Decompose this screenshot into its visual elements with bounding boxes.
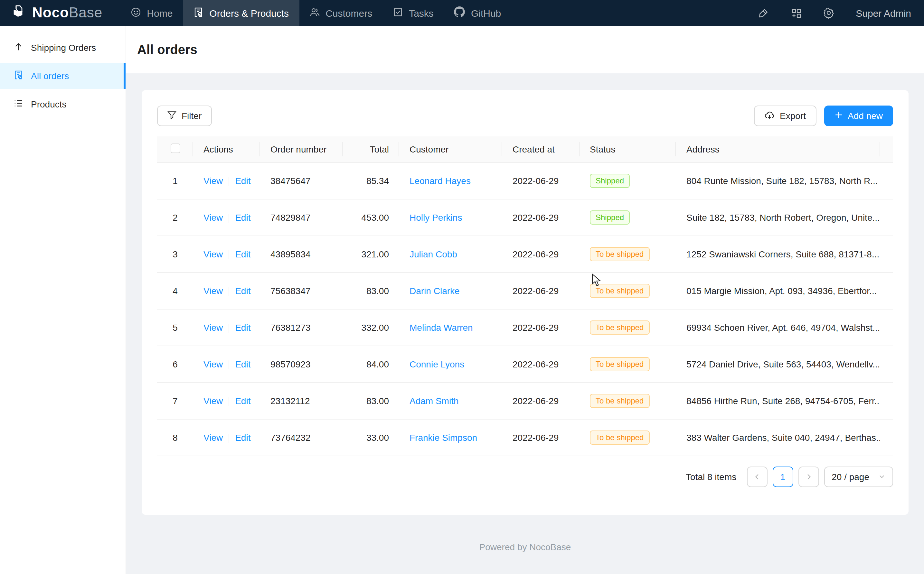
row-index: 4: [157, 273, 193, 309]
row-actions: ViewEdit: [193, 346, 260, 383]
row-index: 1: [157, 162, 193, 199]
select-all-checkbox[interactable]: [170, 144, 180, 153]
view-link[interactable]: View: [204, 322, 223, 333]
order-number-cell: 23132112: [260, 383, 343, 419]
nav-item-tasks[interactable]: Tasks: [382, 0, 444, 26]
view-link[interactable]: View: [204, 212, 223, 222]
page-size-select[interactable]: 20 / page: [824, 467, 893, 487]
edit-link[interactable]: Edit: [235, 286, 251, 296]
total-cell: 453.00: [343, 199, 399, 236]
view-link[interactable]: View: [204, 286, 223, 296]
order-number-cell: 75638347: [260, 273, 343, 309]
order-number-cell: 98570923: [260, 346, 343, 383]
pagination-total: Total 8 items: [686, 472, 736, 482]
edit-link[interactable]: Edit: [235, 322, 251, 333]
edit-link[interactable]: Edit: [235, 432, 251, 443]
row-actions: ViewEdit: [193, 419, 260, 456]
customer-cell: Adam Smith: [399, 383, 502, 419]
customer-link[interactable]: Adam Smith: [409, 396, 459, 406]
settings-gear-icon[interactable]: [823, 7, 834, 19]
pagination-page-1[interactable]: 1: [772, 467, 793, 487]
brand-text-bold: Noco: [32, 5, 69, 20]
highlighter-icon[interactable]: [757, 7, 769, 19]
status-badge: To be shipped: [590, 394, 649, 408]
view-link[interactable]: View: [204, 249, 223, 259]
created-at-cell: 2022-06-29: [502, 419, 580, 456]
nocobase-logo[interactable]: NocoBase: [12, 4, 103, 22]
orders-table: Actions Order number Total Customer Crea…: [157, 136, 893, 456]
table-row: 7 ViewEdit 23132112 83.00 Adam Smith 202…: [157, 383, 893, 419]
edit-link[interactable]: Edit: [235, 176, 251, 186]
created-at-cell: 2022-06-29: [502, 162, 580, 199]
nav-item-customers[interactable]: Customers: [299, 0, 382, 26]
address-cell: 84856 Hirthe Run, Suite 268, 94754-6705,…: [676, 383, 880, 419]
filter-button[interactable]: Filter: [157, 106, 212, 126]
customer-link[interactable]: Melinda Warren: [409, 322, 473, 333]
nav-item-label: Tasks: [409, 7, 434, 18]
created-at-cell: 2022-06-29: [502, 199, 580, 236]
status-cell: To be shipped: [580, 236, 676, 273]
export-button[interactable]: Export: [754, 106, 816, 126]
status-cell: To be shipped: [580, 383, 676, 419]
check-square-icon: [393, 7, 403, 19]
customer-link[interactable]: Leonard Hayes: [409, 176, 471, 186]
nav-item-home[interactable]: Home: [120, 0, 183, 26]
table-row: 6 ViewEdit 98570923 84.00 Connie Lyons 2…: [157, 346, 893, 383]
page-title: All orders: [137, 42, 197, 57]
customer-cell: Julian Cobb: [399, 236, 502, 273]
view-link[interactable]: View: [204, 176, 223, 186]
view-link[interactable]: View: [204, 396, 223, 406]
view-link[interactable]: View: [204, 359, 223, 369]
plugin-blocks-icon[interactable]: [790, 7, 802, 19]
pagination-prev-button[interactable]: [747, 467, 767, 487]
status-badge: Shipped: [590, 210, 630, 225]
nav-item-github[interactable]: GitHub: [444, 0, 511, 26]
sidebar-item-shipping-orders[interactable]: Shipping Orders: [0, 35, 126, 60]
user-menu[interactable]: Super Admin: [856, 7, 911, 18]
cloud-download-icon: [764, 110, 775, 122]
customer-link[interactable]: Julian Cobb: [409, 249, 457, 259]
sidebar-item-label: Shipping Orders: [31, 43, 96, 53]
total-cell: 84.00: [343, 346, 399, 383]
edit-link[interactable]: Edit: [235, 359, 251, 369]
column-header-extra: [880, 136, 893, 162]
status-badge: To be shipped: [590, 320, 649, 334]
list-icon: [14, 98, 23, 110]
created-at-cell: 2022-06-29: [502, 273, 580, 309]
table-row: 5 ViewEdit 76381273 332.00 Melinda Warre…: [157, 309, 893, 346]
nocobase-app: NocoBase Home: [0, 0, 924, 574]
customer-link[interactable]: Connie Lyons: [409, 359, 464, 369]
address-cell: 015 Margie Mission, Apt. 093, 34936, Ebe…: [676, 273, 880, 309]
row-index: 2: [157, 199, 193, 236]
nav-menu: Home Orders & Products: [120, 0, 511, 26]
edit-link[interactable]: Edit: [235, 212, 251, 222]
address-cell: Suite 182, 15783, North Robert, Oregon, …: [676, 199, 880, 236]
row-index: 5: [157, 309, 193, 346]
order-check-icon: [14, 70, 23, 82]
customer-cell: Darin Clarke: [399, 273, 502, 309]
status-cell: To be shipped: [580, 309, 676, 346]
page-header: All orders: [126, 26, 924, 73]
smile-icon: [131, 7, 141, 19]
filter-funnel-icon: [167, 110, 177, 121]
status-cell: To be shipped: [580, 419, 676, 456]
pagination-next-button[interactable]: [798, 467, 819, 487]
chevron-down-icon: [878, 472, 885, 482]
customer-link[interactable]: Holly Perkins: [409, 212, 462, 222]
order-document-icon: [193, 7, 204, 19]
view-link[interactable]: View: [204, 432, 223, 443]
sidebar-item-products[interactable]: Products: [0, 91, 126, 117]
sidebar-item-all-orders[interactable]: All orders: [0, 63, 126, 89]
nav-item-orders-products[interactable]: Orders & Products: [183, 0, 299, 26]
column-header-order-number: Order number: [260, 136, 343, 162]
order-number-cell: 73764232: [260, 419, 343, 456]
customer-link[interactable]: Darin Clarke: [409, 286, 460, 296]
row-actions: ViewEdit: [193, 199, 260, 236]
edit-link[interactable]: Edit: [235, 249, 251, 259]
add-new-button[interactable]: Add new: [824, 106, 893, 126]
table-row: 1 ViewEdit 38475647 85.34 Leonard Hayes …: [157, 162, 893, 199]
address-cell: 1252 Swaniawski Corners, Suite 688, 8137…: [676, 236, 880, 273]
edit-link[interactable]: Edit: [235, 396, 251, 406]
customer-link[interactable]: Frankie Simpson: [409, 432, 477, 443]
nocobase-logo-icon: [12, 4, 27, 22]
